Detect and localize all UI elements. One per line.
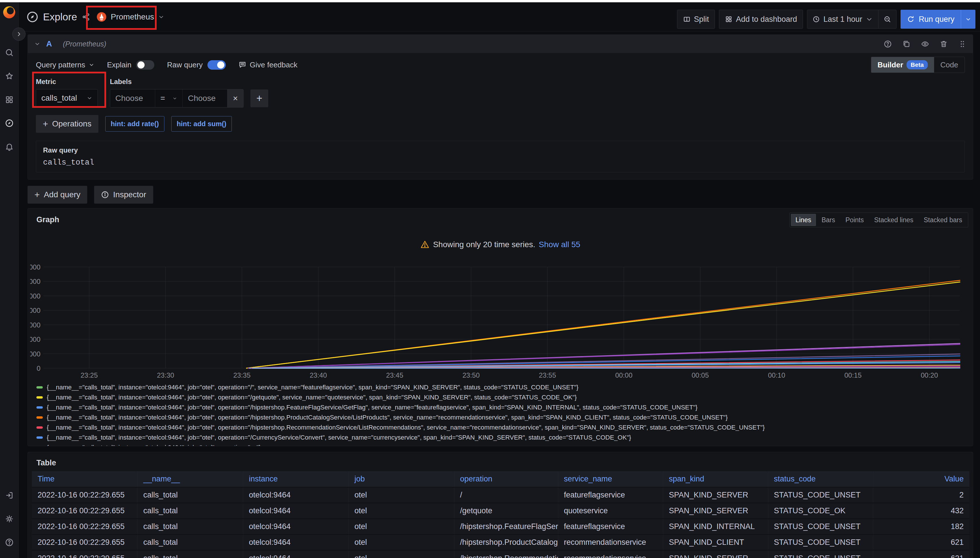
sidebar-item-settings[interactable] [0, 507, 18, 530]
add-label-filter-button[interactable]: + [250, 89, 268, 107]
copy-icon[interactable] [902, 40, 911, 48]
give-feedback-button[interactable]: Give feedback [238, 61, 298, 69]
table-column-header[interactable]: job [349, 471, 454, 487]
table-column-header[interactable]: service_name [558, 471, 663, 487]
label-key-placeholder: Choose [115, 94, 143, 103]
legend-item[interactable]: {__name__="calls_total", instance="otelc… [36, 412, 970, 422]
chevron-down-icon [89, 62, 94, 68]
table-column-header[interactable]: Value [873, 471, 969, 487]
graph-mode-bars[interactable]: Bars [817, 214, 840, 226]
operations-button[interactable]: + Operations [36, 115, 99, 133]
label-value-select[interactable]: Choose [183, 89, 227, 107]
options-collapse[interactable]: Options [36, 179, 71, 179]
table-cell: recommendationservice [558, 550, 663, 558]
query-hint-button[interactable]: hint: add sum() [171, 116, 232, 131]
query-hint-button[interactable]: hint: add rate() [105, 116, 164, 131]
sidebar-item-alerting[interactable] [0, 135, 18, 158]
add-query-label: Add query [44, 190, 81, 199]
label-operator-select[interactable]: = [155, 89, 183, 107]
graph-mode-points[interactable]: Points [841, 214, 868, 226]
sidebar-item-apps[interactable] [0, 88, 18, 111]
table-cell: SPAN_KIND_SERVER [663, 503, 768, 519]
table-cell: /getquote [454, 503, 558, 519]
x-axis-tick-label: 23:25 [81, 371, 98, 379]
sidebar-expand-button[interactable] [12, 28, 26, 41]
y-axis-tick-label: 6000 [30, 321, 41, 329]
sidebar-item-search[interactable] [0, 41, 18, 64]
graph-mode-stacked-lines[interactable]: Stacked lines [870, 214, 918, 226]
grafana-explore-screen: Explore Prometheus Split [0, 0, 980, 558]
eye-icon[interactable] [921, 40, 929, 48]
legend-label: {__name__="calls_total", instance="otelc… [47, 424, 765, 431]
legend-item[interactable]: {__name__="calls_total", instance="otelc… [36, 442, 970, 446]
add-query-button[interactable]: + Add query [28, 186, 87, 204]
time-range-picker[interactable]: Last 1 hour [807, 10, 878, 28]
explain-toggle[interactable] [136, 60, 155, 70]
table-cell: 2022-10-16 00:22:29.655 [32, 519, 137, 535]
legend-item[interactable]: {__name__="calls_total", instance="otelc… [36, 432, 970, 442]
chevron-down-icon [87, 95, 92, 101]
query-row-header[interactable]: A (Prometheus) [28, 35, 973, 53]
table-column-header[interactable]: status_code [768, 471, 873, 487]
query-ref-id[interactable]: A [46, 39, 52, 48]
share-alt-icon[interactable] [82, 13, 90, 21]
legend-item[interactable]: {__name__="calls_total", instance="otelc… [36, 392, 970, 402]
sidebar-item-explore[interactable] [0, 111, 18, 135]
collapse-chevron-icon[interactable] [34, 41, 41, 47]
inspector-label: Inspector [113, 190, 146, 199]
table-column-header[interactable]: instance [243, 471, 349, 487]
graph-mode-lines[interactable]: Lines [791, 214, 816, 226]
help-circle-icon [5, 538, 14, 547]
legend-item[interactable]: {__name__="calls_total", instance="otelc… [36, 382, 970, 392]
split-button[interactable]: Split [677, 10, 715, 29]
legend-item[interactable]: {__name__="calls_total", instance="otelc… [36, 422, 970, 432]
run-query-button[interactable]: Run query [901, 10, 975, 29]
table-column-header[interactable]: span_kind [663, 471, 768, 487]
table-cell: 2022-10-16 00:22:29.655 [32, 535, 137, 550]
raw-query-toggle-label: Raw query [167, 61, 202, 69]
table-cell: 2022-10-16 00:22:29.655 [32, 503, 137, 519]
option-summary-item: Format: Time series [137, 179, 198, 179]
sidebar-item-starred[interactable] [0, 64, 18, 88]
run-query-caret[interactable] [961, 10, 975, 29]
legend-item[interactable]: {__name__="calls_total", instance="otelc… [36, 402, 970, 412]
table-column-header[interactable]: Time [32, 471, 137, 487]
search-icon [5, 48, 14, 57]
chevron-down-icon [865, 15, 873, 23]
graph-style-switch: LinesBarsPointsStacked linesStacked bars [789, 212, 968, 227]
table-cell: /hipstershop.FeatureFlagServi... [454, 519, 558, 535]
graph-mode-stacked-bars[interactable]: Stacked bars [919, 214, 967, 226]
label-value-placeholder: Choose [188, 94, 216, 103]
inspector-button[interactable]: Inspector [94, 186, 153, 204]
metric-select[interactable]: calls_total [36, 89, 98, 107]
builder-tab[interactable]: Builder Beta [871, 57, 934, 72]
y-axis-tick-label: 4000 [30, 335, 41, 343]
zoom-out-button[interactable] [878, 10, 896, 28]
show-all-series-link[interactable]: Show all 55 [539, 240, 580, 249]
time-series-chart[interactable]: 0200040006000800010000120001400023:2523:… [30, 261, 971, 384]
legend-swatch [36, 406, 43, 409]
legend-swatch [36, 427, 43, 429]
chart-series-line [253, 368, 960, 368]
x-axis-tick-label: 23:30 [157, 371, 174, 379]
drag-handle-icon[interactable] [958, 40, 967, 48]
code-tab[interactable]: Code [934, 57, 965, 72]
x-axis-tick-label: 23:40 [309, 371, 327, 379]
remove-label-filter-button[interactable]: × [227, 89, 243, 107]
trash-icon[interactable] [939, 40, 948, 48]
help-circle-icon[interactable] [884, 40, 892, 48]
table-cell: otel [349, 550, 454, 558]
add-to-dashboard-button[interactable]: Add to dashboard [719, 10, 803, 29]
raw-query-label: Raw query [43, 146, 958, 154]
raw-query-toggle[interactable] [207, 60, 226, 70]
sidebar-item-help[interactable] [0, 530, 18, 554]
query-patterns-dropdown[interactable]: Query patterns [36, 61, 94, 69]
options-label: Options [45, 179, 71, 179]
sidebar-item-sign-in[interactable] [0, 483, 18, 507]
grafana-logo[interactable] [3, 6, 15, 18]
label-key-select[interactable]: Choose [110, 89, 155, 107]
datasource-picker[interactable]: Prometheus [91, 6, 169, 28]
table-column-header[interactable]: operation [454, 471, 558, 487]
legend-label: {__name__="calls_total", instance="otelc… [47, 384, 578, 391]
table-column-header[interactable]: __name__ [137, 471, 243, 487]
